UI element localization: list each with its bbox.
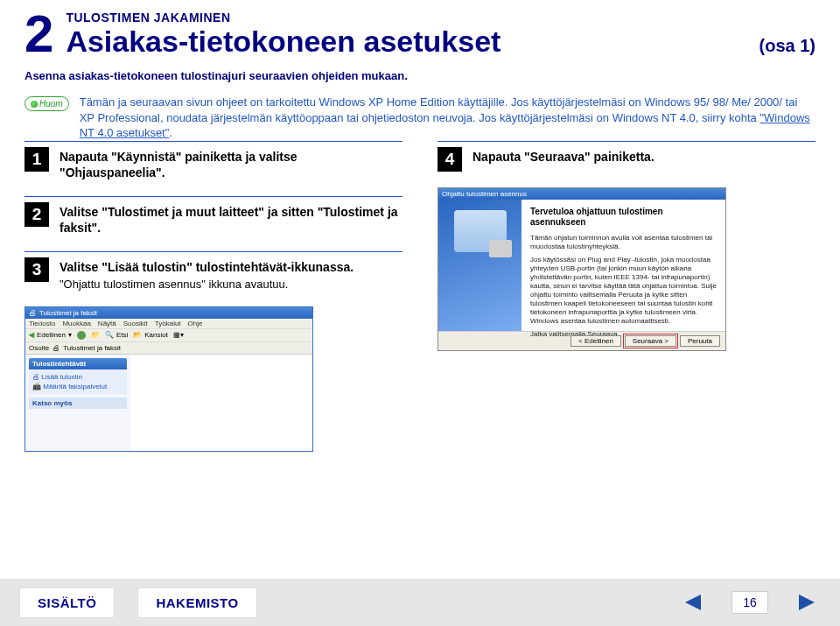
note-badge: Huom — [24, 96, 69, 111]
step-2-text: Valitse "Tulostimet ja muut laitteet" ja… — [60, 204, 402, 236]
page-number: 16 — [732, 591, 768, 614]
index-button[interactable]: HAKEMISTO — [137, 587, 256, 618]
contents-button[interactable]: SISÄLTÖ — [19, 587, 115, 618]
svg-marker-0 — [685, 594, 701, 610]
menu-item: Näytä — [98, 320, 116, 327]
address-label: Osoite — [29, 344, 49, 352]
back-button: Edellinen — [37, 331, 66, 339]
chapter-subtitle: TULOSTIMEN JAKAMINEN — [66, 11, 816, 25]
window-title: Tulostimet ja faksit — [39, 309, 97, 317]
search-icon: 🔍 — [105, 331, 114, 339]
chapter-number: 2 — [24, 11, 53, 58]
step-3-number: 3 — [24, 257, 49, 282]
wizard-cancel-button: Peruuta — [680, 335, 720, 347]
up-icon: 📁 — [91, 331, 100, 339]
task-add-printer: 🖨 Lisää tulostin — [32, 372, 123, 382]
dialog-title: Ohjattu tulostimen asennus — [438, 188, 725, 200]
step-4-number: 4 — [438, 147, 462, 172]
search-button: Etsi — [116, 331, 128, 339]
part-label: (osa 1) — [760, 36, 816, 56]
add-printer-icon: 🖨 — [32, 373, 39, 381]
step-1-number: 1 — [24, 147, 49, 172]
step-4-text: Napauta "Seuraava" painiketta. — [472, 149, 654, 165]
wizard-back-button: < Edellinen — [570, 335, 621, 347]
menu-item: Ohje — [188, 320, 203, 327]
prev-page-button[interactable] — [679, 591, 709, 614]
menu-item: Tiedosto — [29, 320, 55, 327]
dropdown-icon: ▾ — [68, 331, 72, 339]
page-title: Asiakas-tietokoneen asetukset — [66, 25, 500, 59]
step-3-text: Valitse "Lisää tulostin" tulostintehtävä… — [60, 259, 354, 275]
screenshot-printers-window: 🖨Tulostimet ja faksit Tiedosto Muokkaa N… — [24, 306, 313, 452]
forward-icon — [77, 331, 86, 340]
svg-marker-1 — [799, 594, 815, 610]
wizard-text-2: Jos käytössäsi on Plug and Play -tulosti… — [530, 256, 717, 326]
footer-bar: SISÄLTÖ HAKEMISTO 16 — [0, 579, 840, 626]
folders-icon: 📂 — [133, 331, 142, 339]
fax-icon: 📠 — [32, 383, 41, 390]
step-3-subtext: "Ohjattu tulostimen asennus" ikkuna avau… — [60, 278, 354, 291]
intro-text: Asenna asiakas-tietokoneen tulostinajuri… — [24, 69, 816, 82]
wizard-next-button: Seuraava > — [625, 335, 676, 347]
wizard-heading: Tervetuloa ohjattuun tulostimen asennuks… — [530, 207, 717, 229]
wizard-text-1: Tämän ohjatun toiminnon avulla voit asen… — [530, 234, 717, 251]
menu-item: Suosikit — [123, 320, 148, 327]
printer-icon: 🖨 — [52, 344, 60, 352]
menu-item: Työkalut — [155, 320, 181, 327]
step-1-text: Napauta "Käynnistä" painiketta ja valits… — [60, 149, 402, 180]
step-2-number: 2 — [24, 202, 49, 227]
win-icon: 🖨 — [29, 309, 36, 317]
note-after: . — [169, 126, 172, 139]
task-fax: 📠 Määritä faksipalvelut — [32, 382, 123, 391]
see-also-panel: Katso myös — [29, 397, 127, 409]
screenshot-wizard-dialog: Ohjattu tulostimen asennus Tervetuloa oh… — [438, 187, 726, 351]
wizard-graphic — [454, 210, 507, 252]
views-icon: ▦▾ — [173, 331, 184, 339]
note-body: Tämän ja seuraavan sivun ohjeet on tarko… — [80, 95, 798, 124]
folders-button: Kansiot — [144, 331, 168, 339]
menu-item: Muokkaa — [62, 320, 90, 327]
next-page-button[interactable] — [791, 591, 821, 614]
tasks-panel-header: Tulostintehtävät — [29, 358, 127, 369]
back-icon: ◀ — [29, 331, 34, 339]
note-text: Tämän ja seuraavan sivun ohjeet on tarko… — [80, 95, 816, 141]
address-value: Tulostimet ja faksit — [63, 344, 121, 352]
